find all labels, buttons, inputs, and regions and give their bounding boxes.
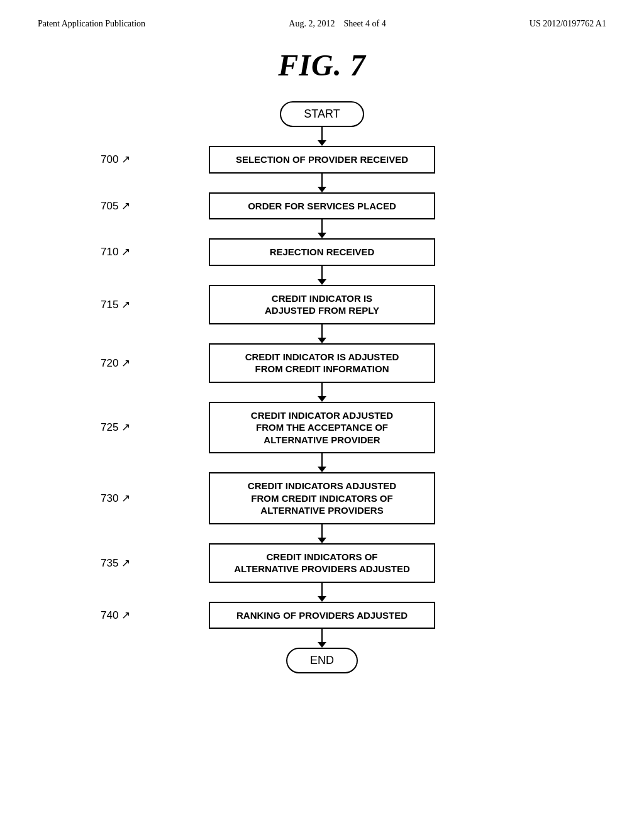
sheet-info: Sheet 4 of 4 (343, 19, 386, 28)
label-725: 725 ↗ (101, 421, 130, 434)
step-710: REJECTION RECEIVED (209, 238, 435, 266)
header-right: US 2012/0197762 A1 (530, 19, 606, 29)
arrow-0 (318, 127, 326, 146)
start-oval: START (280, 101, 364, 127)
arrow-725 (318, 453, 326, 472)
row-740: 740 ↗ RANKING OF PROVIDERS ADJUSTED (38, 602, 606, 629)
end-oval: END (286, 648, 358, 673)
step-725: CREDIT INDICATOR ADJUSTEDFROM THE ACCEPT… (209, 402, 435, 454)
row-720: 720 ↗ CREDIT INDICATOR IS ADJUSTEDFROM C… (38, 343, 606, 383)
publication-label: Patent Application Publication (38, 19, 145, 28)
row-710: 710 ↗ REJECTION RECEIVED (38, 238, 606, 266)
step-735: CREDIT INDICATORS OFALTERNATIVE PROVIDER… (209, 543, 435, 583)
step-740: RANKING OF PROVIDERS ADJUSTED (209, 602, 435, 629)
arrow-715 (318, 324, 326, 343)
label-740: 740 ↗ (101, 609, 130, 622)
row-735: 735 ↗ CREDIT INDICATORS OFALTERNATIVE PR… (38, 543, 606, 583)
label-700: 700 ↗ (101, 153, 130, 166)
step-720: CREDIT INDICATOR IS ADJUSTEDFROM CREDIT … (209, 343, 435, 383)
start-row: START (38, 101, 606, 127)
label-730: 730 ↗ (101, 492, 130, 505)
step-700: SELECTION OF PROVIDER RECEIVED (209, 146, 435, 174)
row-725: 725 ↗ CREDIT INDICATOR ADJUSTEDFROM THE … (38, 402, 606, 454)
figure-title: FIG. 7 (38, 48, 606, 82)
row-715: 715 ↗ CREDIT INDICATOR ISADJUSTED FROM R… (38, 285, 606, 324)
header: Patent Application Publication Aug. 2, 2… (38, 19, 606, 29)
row-700: 700 ↗ SELECTION OF PROVIDER RECEIVED (38, 146, 606, 174)
arrow-710 (318, 266, 326, 285)
row-730: 730 ↗ CREDIT INDICATORS ADJUSTEDFROM CRE… (38, 472, 606, 524)
label-720: 720 ↗ (101, 357, 130, 370)
label-735: 735 ↗ (101, 556, 130, 570)
header-left: Patent Application Publication (38, 19, 145, 29)
step-705: ORDER FOR SERVICES PLACED (209, 192, 435, 220)
arrow-700 (318, 174, 326, 192)
arrow-730 (318, 524, 326, 543)
label-710: 710 ↗ (101, 245, 130, 258)
publication-date: Aug. 2, 2012 (289, 19, 335, 28)
step-715: CREDIT INDICATOR ISADJUSTED FROM REPLY (209, 285, 435, 324)
flowchart: START 700 ↗ SELECTION OF PROVIDER RECEIV… (38, 95, 606, 673)
arrow-735 (318, 583, 326, 602)
label-705: 705 ↗ (101, 199, 130, 213)
arrow-720 (318, 383, 326, 402)
end-row: END (38, 648, 606, 673)
arrow-705 (318, 219, 326, 238)
header-center: Aug. 2, 2012 Sheet 4 of 4 (289, 19, 386, 29)
arrow-740 (318, 629, 326, 648)
page: Patent Application Publication Aug. 2, 2… (0, 0, 644, 830)
label-715: 715 ↗ (101, 298, 130, 311)
step-730: CREDIT INDICATORS ADJUSTEDFROM CREDIT IN… (209, 472, 435, 524)
row-705: 705 ↗ ORDER FOR SERVICES PLACED (38, 192, 606, 220)
patent-number: US 2012/0197762 A1 (530, 19, 606, 28)
